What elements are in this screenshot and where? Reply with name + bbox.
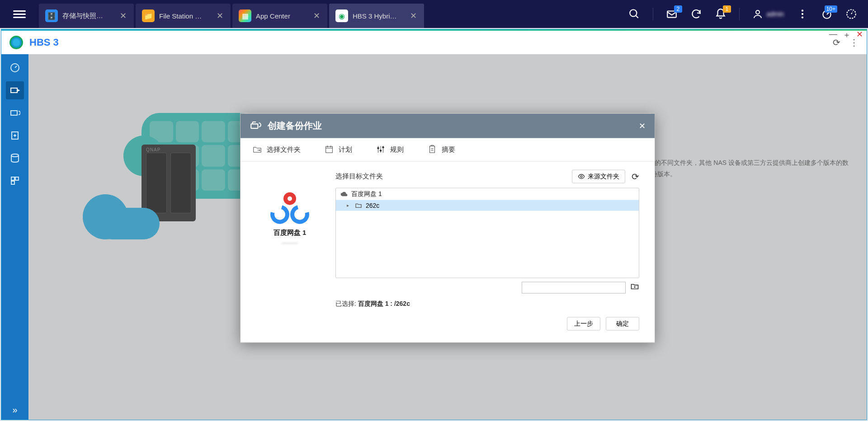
chevron-right-icon[interactable]: ▸ [347,203,351,208]
close-icon[interactable]: ✕ [312,11,321,21]
step-select-folder[interactable]: 选择文件夹 [249,143,304,156]
step-summary[interactable]: 摘要 [424,143,459,156]
folder-move-icon [252,145,262,154]
content-area: AS 的不同文件夹，其他 NAS 设备或第三方云提供商上创建多个版本的数 备份版… [28,54,867,420]
system-tray: 2 1 admin 10+ [628,0,868,28]
baidu-pan-icon [270,192,309,224]
taskbar-tab-storage[interactable]: 🗄️ 存储与快照… ✕ [39,4,134,28]
app-sidebar: » [1,54,28,420]
close-icon[interactable]: ✕ [216,11,224,21]
main-menu-button[interactable] [8,0,31,28]
svg-point-19 [377,147,379,149]
refresh-icon[interactable]: ⟳ [632,171,639,182]
folder-tree[interactable]: 百度网盘 1 ▸ 262c [335,187,639,278]
ok-button[interactable]: 确定 [606,317,639,330]
sync-icon[interactable] [690,8,702,20]
tree-item-262c[interactable]: ▸ 262c [336,200,639,210]
svg-rect-14 [11,177,14,180]
svg-line-1 [636,15,638,18]
create-backup-modal: 创建备份作业 ✕ 选择文件夹 计划 [240,113,655,342]
mail-icon[interactable]: 2 [666,8,678,20]
account-detail: ——— [256,239,324,246]
source-folder-button[interactable]: 来源文件夹 [572,169,625,183]
hbs3-window: — ＋ ✕ HBS 3 ⟳ ⋮ » [1,29,867,420]
sidebar-expand-icon[interactable]: » [12,405,17,415]
system-taskbar: 🗄️ 存储与快照… ✕ 📁 File Station … ✕ ▦ App Cen… [0,0,868,28]
modal-title: 创建备份作业 [268,120,322,132]
sliders-icon [376,145,386,154]
taskbar-tab-filestation[interactable]: 📁 File Station … ✕ [136,4,231,28]
svg-rect-17 [251,124,258,128]
clipboard-icon [427,145,437,154]
svg-rect-11 [11,111,17,115]
svg-rect-18 [326,146,333,153]
taskbar-tab-hbs3[interactable]: ◉ HBS 3 Hybri… ✕ [329,4,424,28]
folder-icon [355,201,362,209]
grid-icon: ▦ [239,9,251,22]
bell-icon[interactable]: 1 [715,8,726,20]
sidebar-item-overview[interactable] [6,59,24,77]
svg-rect-15 [15,177,19,180]
storage-icon: 🗄️ [45,9,58,22]
app-title: HBS 3 [29,37,59,48]
dashboard-icon[interactable]: 10+ [821,8,833,20]
svg-point-21 [382,146,384,148]
close-icon[interactable]: ✕ [639,121,646,131]
close-icon[interactable]: ✕ [409,11,418,21]
destination-heading: 选择目标文件夹 [335,172,566,181]
sidebar-item-storage[interactable] [6,149,24,167]
svg-point-23 [580,175,582,177]
svg-point-13 [11,154,19,157]
svg-point-20 [380,150,382,152]
calendar-icon [324,145,334,154]
tree-root[interactable]: 百度网盘 1 [336,188,639,200]
refresh-icon[interactable]: ⟳ [833,37,840,48]
taskbar-tabs: 🗄️ 存储与快照… ✕ 📁 File Station … ✕ ▦ App Cen… [39,0,424,28]
sidebar-item-sync[interactable] [6,104,24,122]
svg-rect-22 [430,146,435,153]
svg-point-5 [802,13,803,15]
modal-header: 创建备份作业 ✕ [241,113,655,138]
destination-account: 百度网盘 1 ——— [256,169,324,330]
search-icon[interactable] [628,8,640,20]
sidebar-item-jobs[interactable] [6,172,24,190]
step-rules[interactable]: 规则 [372,143,407,156]
close-icon[interactable]: ✕ [119,11,127,21]
cloud-icon [340,190,348,197]
svg-point-3 [756,10,760,14]
svg-rect-16 [11,181,14,184]
more-icon[interactable] [797,8,808,20]
svg-rect-10 [11,88,17,93]
path-input[interactable] [522,281,626,293]
eye-icon [578,173,585,180]
step-schedule[interactable]: 计划 [321,143,356,156]
backup-icon [250,120,261,131]
sidebar-item-restore[interactable] [6,126,24,145]
svg-point-6 [802,16,803,18]
wizard-steps: 选择文件夹 计划 规则 摘要 [241,138,655,161]
kebab-icon[interactable]: ⋮ [849,37,859,48]
folder-icon: 📁 [142,9,155,22]
prev-button[interactable]: 上一步 [567,317,600,330]
account-name: 百度网盘 1 [256,228,324,237]
gauge-icon[interactable] [845,8,857,20]
user-menu[interactable]: admin [752,9,784,19]
selected-path: 已选择: 百度网盘 1 : /262c [335,299,639,308]
taskbar-tab-appcenter[interactable]: ▦ App Center ✕ [232,4,327,28]
svg-point-0 [630,9,637,16]
hbs-icon: ◉ [335,9,348,22]
sidebar-item-backup[interactable] [6,81,24,99]
new-folder-icon[interactable] [630,282,639,293]
app-header: HBS 3 ⟳ ⋮ [1,31,867,54]
hbs-logo-icon [9,36,23,49]
svg-point-4 [802,9,803,11]
